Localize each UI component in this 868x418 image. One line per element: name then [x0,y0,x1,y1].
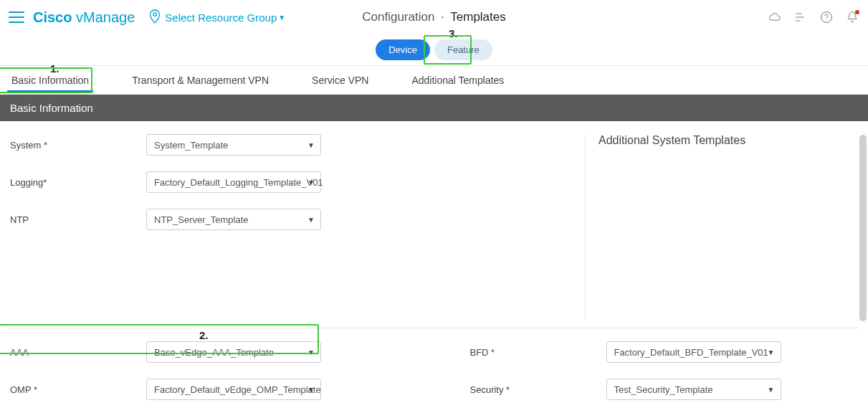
svg-point-5 [826,20,827,21]
highlight-basic-tab [0,67,92,93]
menu-icon[interactable] [9,11,24,23]
template-type-toggle-row: Device Feature [0,34,868,66]
dropdown-logging[interactable]: Factory_Default_Logging_Template_V01 ▼ [146,171,321,193]
dropdown-security-value: Test_Security_Template [614,384,713,395]
chevron-down-icon: ▼ [307,216,315,224]
section-tabs: Basic Information Transport & Management… [0,66,868,95]
chevron-down-icon: ▼ [768,386,775,394]
breadcrumb-current: Templates [450,10,505,24]
row-ntp: NTP NTP_Server_Template ▼ [10,209,571,230]
dropdown-system[interactable]: System_Template ▼ [146,134,321,156]
vertical-scrollbar[interactable] [859,135,867,407]
row-omp: OMP * Factory_Default_vEdge_OMP_Template… [10,379,399,400]
additional-system-templates-panel: Additional System Templates [586,134,858,320]
breadcrumb-separator: · [441,10,444,24]
device-toggle-button[interactable]: Device [376,39,430,60]
label-system: System * [10,140,146,151]
breadcrumb-parent: Configuration [362,10,434,24]
brand-bold: Cisco [33,9,72,25]
dropdown-ntp-value: NTP_Server_Template [154,214,249,225]
scrollbar-thumb[interactable] [859,135,867,321]
brand-logo: Cisco vManage [33,9,135,26]
cloud-icon[interactable] [768,10,782,24]
dropdown-ntp[interactable]: NTP_Server_Template ▼ [146,209,321,230]
resource-group-dropdown[interactable]: Select Resource Group ▼ [149,9,285,26]
lower-form-grid: AAA Base_vEdge_AAA_Template ▼ OMP * Fact… [0,328,868,416]
chevron-down-icon: ▼ [307,179,315,186]
basic-info-form: System * System_Template ▼ Logging* Fact… [0,121,868,328]
brand-light: vManage [72,9,135,25]
highlight-feature [424,35,472,65]
dropdown-logging-value: Factory_Default_Logging_Template_V01 [154,177,323,188]
label-security: Security * [470,384,606,395]
row-logging: Logging* Factory_Default_Logging_Templat… [10,171,571,193]
chevron-down-icon: ▼ [307,386,315,394]
header-actions [768,10,859,24]
dropdown-security[interactable]: Test_Security_Template ▼ [606,379,781,400]
app-header: Cisco vManage Select Resource Group ▼ Co… [0,0,868,34]
label-omp: OMP * [10,384,146,395]
tasks-icon[interactable] [793,10,808,24]
label-bfd: BFD * [470,347,606,358]
dropdown-omp[interactable]: Factory_Default_vEdge_OMP_Template ▼ [146,379,321,400]
dropdown-system-value: System_Template [154,140,228,151]
label-ntp: NTP [10,214,146,225]
breadcrumb: Configuration · Templates [362,10,506,24]
tab-additional-templates[interactable]: Additional Templates [407,67,508,92]
highlight-aaa-row [0,324,319,354]
tab-transport-management-vpn[interactable]: Transport & Management VPN [128,67,273,92]
chevron-down-icon: ▼ [278,14,285,22]
label-logging: Logging* [10,177,146,188]
notifications-icon[interactable] [845,10,859,24]
section-header-basic-info: Basic Information [0,95,868,121]
chevron-down-icon: ▼ [307,141,315,149]
row-bfd: BFD * Factory_Default_BFD_Template_V01 ▼ [470,341,859,363]
chevron-down-icon: ▼ [768,348,775,356]
row-security: Security * Test_Security_Template ▼ [470,379,859,400]
additional-system-templates-title: Additional System Templates [598,134,745,146]
pin-icon [149,9,161,26]
dropdown-omp-value: Factory_Default_vEdge_OMP_Template [154,384,321,395]
dropdown-bfd[interactable]: Factory_Default_BFD_Template_V01 ▼ [606,341,781,363]
lower-col-right: BFD * Factory_Default_BFD_Template_V01 ▼… [399,341,859,416]
form-left-column: System * System_Template ▼ Logging* Fact… [10,134,586,320]
dropdown-bfd-value: Factory_Default_BFD_Template_V01 [614,347,768,358]
svg-point-0 [153,12,157,16]
resource-group-label: Select Resource Group [165,11,277,24]
tab-service-vpn[interactable]: Service VPN [307,67,373,92]
help-icon[interactable] [819,10,834,24]
row-system: System * System_Template ▼ [10,134,571,156]
